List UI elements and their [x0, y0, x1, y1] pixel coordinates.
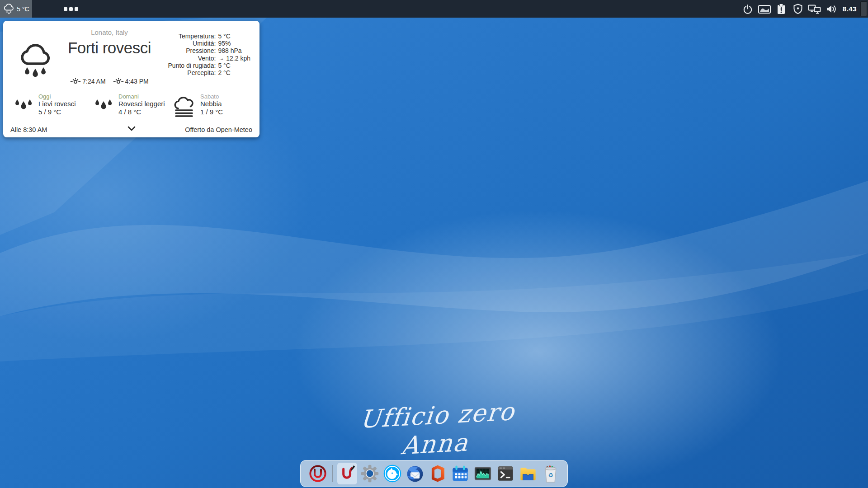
dot-icon [69, 7, 73, 11]
forecast-row: Oggi Lievi rovesci 5 / 9 °C Domani Roves… [13, 93, 253, 117]
librewolf-browser-icon [382, 464, 402, 483]
wallpaper-tray-button[interactable] [756, 0, 773, 18]
chevron-down-icon [127, 126, 137, 132]
detail-label: Umidità: [149, 40, 216, 47]
detail-row: Temperatura: 5 °C [149, 33, 250, 40]
panel-clock[interactable]: 8.43 [840, 5, 860, 13]
network-tray-button[interactable] [807, 0, 823, 18]
dock-separator [332, 465, 333, 482]
volume-icon [826, 4, 837, 14]
dot-icon [64, 7, 67, 11]
weather-details: Temperatura: 5 °C Umidità: 95% Pressione… [149, 33, 250, 76]
forecast-day-label: Oggi [38, 93, 76, 100]
panel-separator [87, 3, 87, 15]
detail-row: Punto di rugiada: 5 °C [149, 62, 250, 69]
volume-tray-button[interactable] [823, 0, 840, 18]
detail-row: Percepita: 2 °C [149, 69, 250, 76]
sunrise-icon [70, 77, 81, 85]
dock-item-calendar[interactable] [450, 463, 470, 484]
top-panel: 5 °C [0, 0, 868, 18]
dock-item-settings[interactable] [360, 463, 380, 484]
wallpaper-signature: Ufficio zero Anna [330, 396, 542, 464]
forecast-saturday: Sabato Nebbia 1 / 9 °C [173, 93, 253, 117]
forecast-temps: 1 / 9 °C [200, 108, 223, 116]
last-updated: Alle 8:30 AM [10, 126, 127, 133]
uz-installer-icon [338, 465, 356, 483]
wind-speed: 12.2 kph [226, 55, 250, 62]
panel-menu-button[interactable] [61, 0, 81, 18]
shield-icon [793, 3, 803, 14]
dock-item-file-manager[interactable] [518, 463, 538, 484]
power-icon [742, 4, 753, 14]
rain-cloud-icon [3, 3, 15, 15]
clipboard-tray-button[interactable] [773, 0, 790, 18]
forecast-today: Oggi Lievi rovesci 5 / 9 °C [13, 93, 93, 117]
dock-item-trash[interactable]: ♻ [541, 463, 561, 484]
forecast-temps: 4 / 8 °C [118, 108, 165, 116]
forecast-day-label: Domani [118, 93, 165, 100]
system-monitor-icon [473, 464, 492, 483]
forecast-condition: Lievi rovesci [38, 100, 76, 108]
dock-item-uz-installer[interactable] [337, 463, 357, 484]
forecast-tomorrow: Domani Rovesci leggeri 4 / 8 °C [93, 93, 173, 117]
gear-icon [360, 464, 379, 483]
forecast-day-label: Sabato [200, 93, 223, 100]
sun-times: 7:24 AM 4:43 PM [46, 77, 173, 85]
detail-label: Pressione: [149, 47, 216, 54]
rain-drops-icon [13, 97, 34, 117]
panel-weather-button[interactable]: 5 °C [0, 0, 32, 18]
display-picture-icon [758, 4, 771, 14]
power-button[interactable] [740, 0, 756, 18]
svg-text:♻: ♻ [548, 472, 553, 479]
dock-item-thunderbird[interactable] [405, 463, 425, 484]
sunset-item: 4:43 PM [113, 77, 149, 85]
dock-item-librewolf[interactable] [382, 463, 402, 484]
detail-label: Temperatura: [149, 33, 216, 40]
forecast-temps: 5 / 9 °C [38, 108, 76, 116]
detail-value: 5 °C [218, 33, 230, 40]
wind-direction-arrow: → [217, 54, 225, 63]
show-desktop-strip[interactable] [860, 1, 867, 16]
detail-value: 95% [218, 40, 231, 47]
detail-row: Vento: → 12.2 kph [149, 55, 250, 62]
provider-attribution: Offerto da Open-Meteo [137, 126, 253, 133]
forecast-condition: Nebbia [200, 100, 223, 108]
rain-drops-icon [93, 97, 114, 117]
panel-temperature-label: 5 °C [17, 5, 29, 13]
sunset-time: 4:43 PM [125, 78, 149, 85]
detail-label: Vento: [149, 55, 216, 62]
office-suite-icon [428, 464, 447, 483]
expand-button[interactable] [127, 126, 137, 133]
clipboard-alert-icon [776, 3, 787, 15]
sunset-icon [113, 77, 124, 85]
sunrise-time: 7:24 AM [82, 78, 105, 85]
dock-item-system-monitor[interactable] [473, 463, 493, 484]
system-tray: 8.43 [740, 0, 868, 18]
detail-label: Percepita: [149, 69, 216, 76]
detail-value: 988 hPa [218, 47, 241, 54]
weather-popover: Lonato, Italy Forti rovesci 7:24 AM [3, 21, 259, 137]
ufficio-zero-logo-icon [308, 464, 327, 483]
firewall-tray-button[interactable] [790, 0, 807, 18]
dock-item-terminal[interactable] [495, 463, 515, 484]
detail-value: 2 °C [218, 69, 230, 76]
widget-footer: Alle 8:30 AM Offerto da Open-Meteo [10, 126, 252, 133]
detail-row: Pressione: 988 hPa [149, 47, 250, 54]
dock: ♻ [300, 460, 568, 487]
file-manager-icon [519, 464, 538, 483]
forecast-condition: Rovesci leggeri [118, 100, 165, 108]
detail-label: Punto di rugiada: [149, 62, 216, 69]
trash-full-icon: ♻ [542, 464, 560, 483]
dot-icon [75, 7, 78, 11]
detail-value: 5 °C [218, 62, 230, 69]
thunderbird-mail-icon [405, 464, 425, 483]
network-icon [808, 4, 821, 14]
detail-row: Umidità: 95% [149, 40, 250, 47]
calendar-icon [451, 464, 470, 483]
fog-cloud-icon [173, 97, 196, 117]
detail-value: → 12.2 kph [218, 55, 250, 62]
terminal-icon [496, 464, 515, 483]
sunrise-item: 7:24 AM [70, 77, 105, 85]
dock-item-uz-menu[interactable] [308, 463, 328, 484]
dock-item-office[interactable] [428, 463, 448, 484]
